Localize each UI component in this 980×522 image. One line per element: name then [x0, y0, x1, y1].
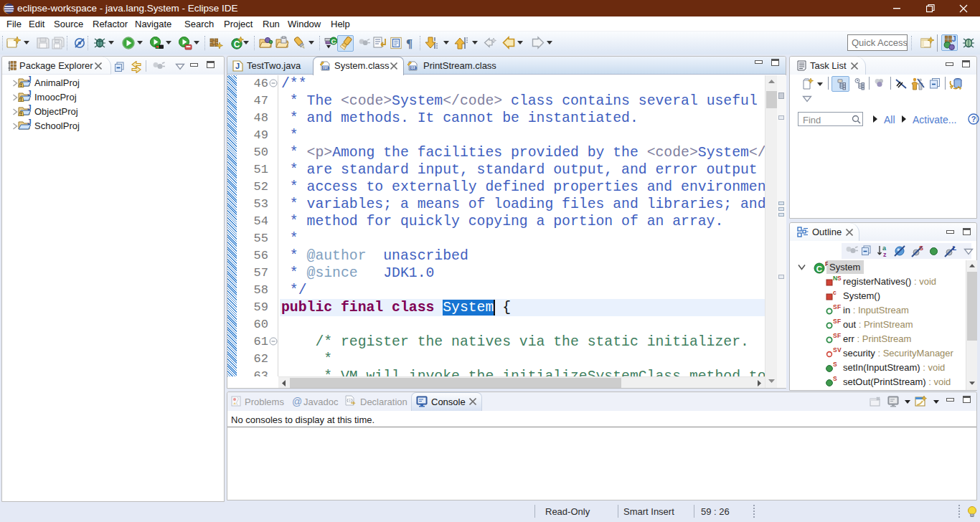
svg-text:C: C — [331, 37, 336, 45]
svg-text:010: 010 — [410, 66, 417, 70]
svg-text:F: F — [837, 304, 841, 310]
svg-text:z: z — [883, 251, 887, 257]
svg-text:S: S — [837, 275, 842, 282]
svg-text:F: F — [837, 333, 841, 339]
svg-text:?: ? — [971, 115, 976, 123]
svg-text:¶: ¶ — [406, 37, 413, 49]
svg-text:010: 010 — [323, 66, 329, 70]
svg-text:V: V — [837, 347, 842, 353]
svg-text:F: F — [825, 261, 828, 267]
svg-text:F: F — [837, 318, 841, 325]
svg-text:S: S — [833, 376, 837, 382]
svg-text:C: C — [234, 39, 240, 49]
svg-text:J: J — [27, 119, 32, 126]
svg-text:J: J — [27, 90, 32, 98]
svg-text:S: S — [919, 245, 923, 252]
svg-text:L: L — [953, 245, 957, 252]
svg-text:J: J — [952, 35, 956, 43]
svg-text:c: c — [833, 290, 837, 296]
svg-text:J: J — [27, 76, 32, 83]
svg-text:J: J — [235, 62, 240, 70]
svg-text:C: C — [816, 265, 822, 273]
svg-text:S: S — [833, 361, 837, 368]
svg-text:J: J — [27, 105, 32, 112]
